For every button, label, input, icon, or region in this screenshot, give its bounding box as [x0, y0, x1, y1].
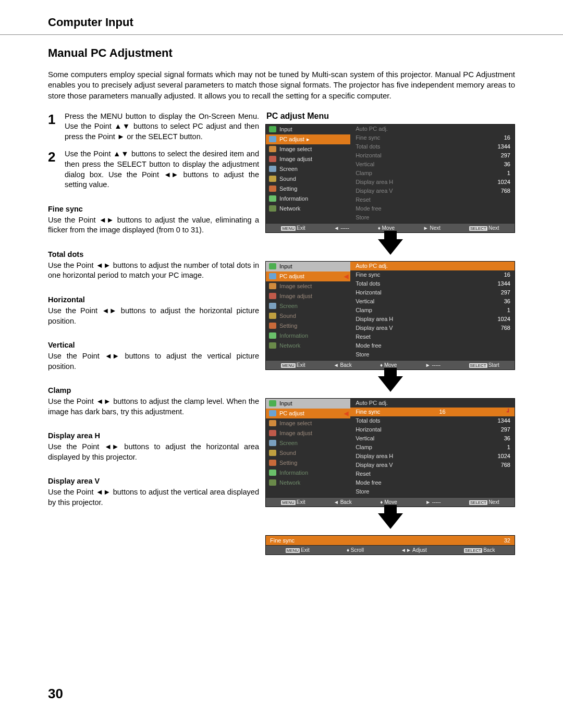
menu-reset[interactable]: Reset: [350, 332, 515, 341]
menu-mode-free[interactable]: Mode free: [350, 204, 515, 213]
step-number: 1: [48, 112, 57, 142]
setting-icon: [269, 186, 276, 192]
sidebar-item-information[interactable]: Information: [266, 468, 350, 478]
sidebar-item-sound[interactable]: Sound: [266, 174, 350, 184]
pc-adjust-icon: [269, 410, 276, 416]
slider-head[interactable]: Fine sync 32: [266, 536, 515, 545]
network-icon: [269, 205, 276, 212]
osd-sidebar: Input PC adjust◀ Image select Image adju…: [266, 399, 350, 497]
menu-horizontal[interactable]: Horizontal297: [350, 151, 515, 160]
slider-label: Fine sync: [270, 537, 295, 544]
adjustment-display-area-v: Display area V Use the Point ◄► buttons …: [48, 477, 259, 508]
select-key-icon: SELECT: [469, 363, 487, 368]
step-number: 2: [48, 149, 57, 190]
adjustment-clamp: Clamp Use the Point ◄► buttons to adjust…: [48, 386, 259, 417]
slider-icon: ┛: [507, 409, 510, 415]
input-icon: [269, 400, 276, 406]
menu-store[interactable]: Store: [350, 213, 515, 222]
menu-store[interactable]: Store: [350, 487, 515, 496]
sidebar-item-setting[interactable]: Setting: [266, 458, 350, 468]
adjustment-display-area-h: Display area H Use the Point ◄► buttons …: [48, 431, 259, 462]
menu-total-dots[interactable]: Total dots1344: [350, 279, 515, 288]
menu-auto-pc[interactable]: Auto PC adj.: [350, 262, 515, 270]
menu-vertical[interactable]: Vertical36: [350, 297, 515, 306]
sound-icon: [269, 450, 276, 456]
image-select-icon: [269, 283, 276, 289]
adj-title: Total dots: [48, 250, 259, 258]
menu-clamp[interactable]: Clamp1: [350, 443, 515, 452]
menu-fine-sync[interactable]: Fine sync16┛: [350, 408, 515, 416]
menu-store[interactable]: Store: [350, 350, 515, 359]
sidebar-item-input[interactable]: Input: [266, 125, 350, 134]
menu-key-icon: MENU: [281, 226, 296, 231]
menu-horizontal[interactable]: Horizontal297: [350, 425, 515, 434]
sidebar-item-screen[interactable]: Screen: [266, 301, 350, 311]
sidebar-item-image-adjust[interactable]: Image adjust: [266, 428, 350, 438]
down-arrow-icon: [378, 513, 403, 529]
menu-total-dots[interactable]: Total dots1344: [350, 142, 515, 151]
sidebar-item-network[interactable]: Network: [266, 204, 350, 214]
image-adjust-icon: [269, 156, 276, 162]
menu-reset[interactable]: Reset: [350, 470, 515, 478]
sidebar-item-pc-adjust[interactable]: PC adjust◀: [266, 272, 350, 281]
chevron-left-icon: ◀: [344, 410, 348, 417]
menu-fine-sync[interactable]: Fine sync16: [350, 133, 515, 142]
chevron-left-icon: ◀: [344, 273, 348, 280]
menu-vertical[interactable]: Vertical36: [350, 434, 515, 443]
pc-adjust-icon: [269, 136, 276, 142]
menu-clamp[interactable]: Clamp1: [350, 306, 515, 315]
adjustment-vertical: Vertical Use the Point ◄► buttons to adj…: [48, 341, 259, 372]
sidebar-item-network[interactable]: Network: [266, 478, 350, 488]
menu-clamp[interactable]: Clamp1: [350, 169, 515, 178]
sidebar-item-pc-adjust[interactable]: PC adjust: [266, 134, 350, 144]
sidebar-item-information[interactable]: Information: [266, 194, 350, 204]
sound-icon: [269, 176, 276, 182]
sidebar-item-image-select[interactable]: Image select: [266, 418, 350, 428]
slider-value: 32: [504, 537, 510, 544]
pc-adjust-icon: [269, 273, 276, 279]
sidebar-item-input[interactable]: Input: [266, 262, 350, 272]
sidebar-item-pc-adjust[interactable]: PC adjust◀: [266, 409, 350, 418]
adj-desc: Use the Point ◄► buttons to adjust the v…: [48, 351, 259, 372]
menu-auto-pc[interactable]: Auto PC adj.: [350, 399, 515, 408]
menu-key-icon: MENU: [281, 363, 296, 368]
sidebar-item-image-select[interactable]: Image select: [266, 281, 350, 291]
menu-display-area-h[interactable]: Display area H1024: [350, 452, 515, 461]
menu-total-dots[interactable]: Total dots1344: [350, 416, 515, 425]
menu-mode-free[interactable]: Mode free: [350, 478, 515, 487]
sidebar-item-setting[interactable]: Setting: [266, 184, 350, 194]
image-adjust-icon: [269, 293, 276, 299]
sidebar-item-image-select[interactable]: Image select: [266, 144, 350, 154]
setting-icon: [269, 460, 276, 466]
sidebar-item-sound[interactable]: Sound: [266, 448, 350, 458]
menu-key-icon: MENU: [281, 500, 296, 505]
menu-fine-sync[interactable]: Fine sync16: [350, 270, 515, 279]
sidebar-item-image-adjust[interactable]: Image adjust: [266, 291, 350, 301]
menu-display-area-v[interactable]: Display area V768: [350, 324, 515, 332]
sidebar-item-input[interactable]: Input: [266, 399, 350, 409]
menu-display-area-v[interactable]: Display area V768: [350, 461, 515, 470]
sidebar-item-information[interactable]: Information: [266, 331, 350, 341]
menu-mode-free[interactable]: Mode free: [350, 341, 515, 350]
sidebar-item-screen[interactable]: Screen: [266, 438, 350, 448]
intro-paragraph: Some computers employ special signal for…: [0, 60, 563, 101]
sidebar-item-screen[interactable]: Screen: [266, 164, 350, 174]
menu-auto-pc[interactable]: Auto PC adj.: [350, 125, 515, 133]
pc-adjust-menu-title: PC adjust Menu: [265, 112, 515, 121]
menu-display-area-h[interactable]: Display area H1024: [350, 315, 515, 324]
sidebar-item-network[interactable]: Network: [266, 341, 350, 351]
adj-title: Clamp: [48, 386, 259, 394]
screen-icon: [269, 303, 276, 309]
adj-title: Vertical: [48, 341, 259, 349]
menu-vertical[interactable]: Vertical36: [350, 160, 515, 169]
menu-horizontal[interactable]: Horizontal297: [350, 288, 515, 297]
sidebar-item-setting[interactable]: Setting: [266, 321, 350, 331]
page-title: Manual PC Adjustment: [0, 35, 563, 60]
osd-main-1: Auto PC adj. Fine sync16 Total dots1344 …: [350, 125, 515, 223]
network-icon: [269, 342, 276, 349]
menu-display-area-h[interactable]: Display area H1024: [350, 178, 515, 187]
menu-reset[interactable]: Reset: [350, 195, 515, 204]
sidebar-item-sound[interactable]: Sound: [266, 311, 350, 321]
sidebar-item-image-adjust[interactable]: Image adjust: [266, 154, 350, 164]
menu-display-area-v[interactable]: Display area V768: [350, 187, 515, 195]
